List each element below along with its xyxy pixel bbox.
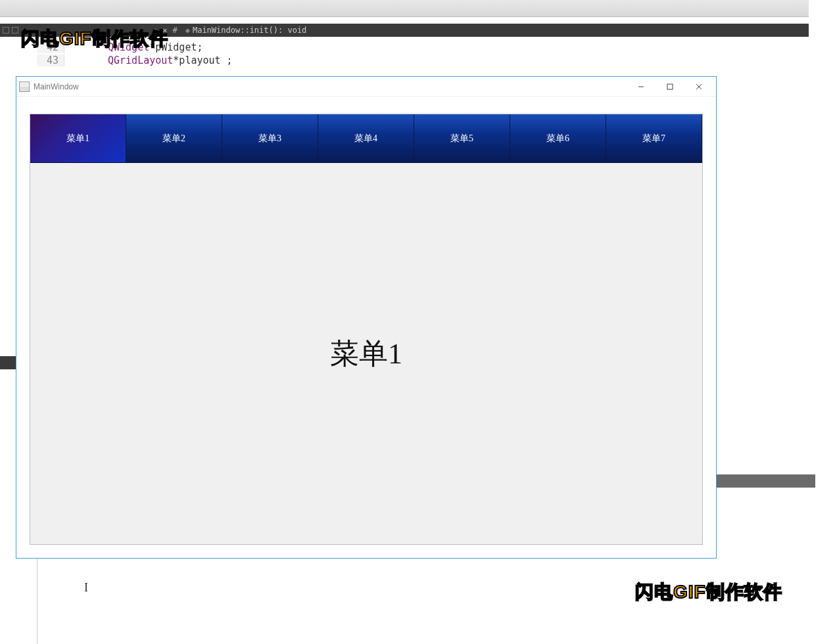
titlebar[interactable]: MainWindow <box>16 77 716 97</box>
main-window: MainWindow 菜单1 菜单2 菜单3 菜单4 菜单5 菜单6 菜单7 菜… <box>16 76 717 559</box>
ide-box-icon <box>12 27 18 34</box>
svg-rect-1 <box>667 84 673 89</box>
tab-label: 菜单1 <box>66 133 89 145</box>
ide-breadcrumb[interactable]: MainWindow::init(): void <box>193 26 306 35</box>
ide-box-icon <box>3 27 9 34</box>
tab-label: 菜单3 <box>258 133 281 145</box>
ide-tabstrip <box>0 0 809 17</box>
line-number: 43 <box>37 55 64 66</box>
ide-background: ▾ ✕ # ◆ MainWindow::init(): void <box>0 0 809 39</box>
maximize-button[interactable] <box>656 78 684 96</box>
editor-guide-line <box>37 559 37 644</box>
tab-label: 菜单2 <box>162 133 185 145</box>
tab-label: 菜单5 <box>450 133 473 145</box>
minimize-button[interactable] <box>627 78 656 96</box>
tab-menu-4[interactable]: 菜单4 <box>318 114 414 162</box>
code-token: QGridLayout <box>108 55 173 66</box>
code-editor[interactable]: 42 QWidget *pWidget; 43 QGridLayout *pla… <box>37 41 233 67</box>
content-heading: 菜单1 <box>330 334 402 373</box>
tab-menu-5[interactable]: 菜单5 <box>414 114 510 162</box>
client-area: 菜单1 菜单2 菜单3 菜单4 菜单5 菜单6 菜单7 菜单1 <box>30 114 703 545</box>
tab-bar: 菜单1 菜单2 菜单3 菜单4 菜单5 菜单6 菜单7 <box>30 114 702 163</box>
tab-menu-1[interactable]: 菜单1 <box>30 114 126 162</box>
close-button[interactable] <box>684 78 713 96</box>
tab-menu-6[interactable]: 菜单6 <box>510 114 606 162</box>
tab-menu-7[interactable]: 菜单7 <box>606 114 702 162</box>
tab-content: 菜单1 <box>30 163 702 544</box>
tab-label: 菜单4 <box>354 133 377 145</box>
line-number: 42 <box>37 41 64 53</box>
code-token: *playout ; <box>173 55 232 66</box>
ide-panel-fragment <box>717 474 815 488</box>
tab-menu-2[interactable]: 菜单2 <box>126 114 222 162</box>
ide-hash: # <box>172 26 177 35</box>
ide-close-icon[interactable]: ✕ <box>162 26 167 35</box>
code-token: *pWidget; <box>149 41 203 53</box>
tab-label: 菜单6 <box>546 133 569 145</box>
app-icon <box>19 81 30 92</box>
tab-menu-3[interactable]: 菜单3 <box>222 114 318 162</box>
ide-dropdown-arrow[interactable]: ▾ <box>153 26 157 35</box>
diamond-icon: ◆ <box>185 26 190 35</box>
ide-breadcrumb-bar: ▾ ✕ # ◆ MainWindow::init(): void <box>0 24 809 37</box>
window-title: MainWindow <box>34 82 79 91</box>
watermark-bottom: 闪电GIF制作软件 <box>635 580 782 605</box>
tab-label: 菜单7 <box>642 133 665 145</box>
text-cursor-icon: I <box>84 581 88 595</box>
code-token: QWidget <box>108 41 149 53</box>
